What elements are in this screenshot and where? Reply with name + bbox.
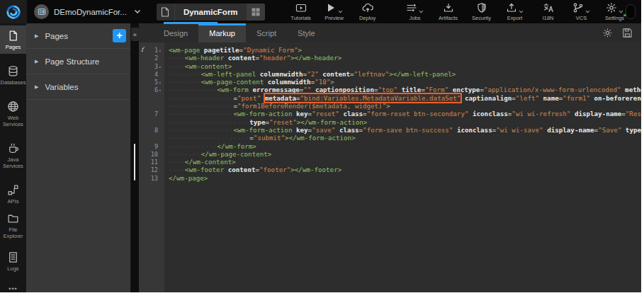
code-line: <wm-page pagetitle="Dynamic Form"> xyxy=(164,46,302,54)
code-token: key xyxy=(296,110,308,118)
artifacts-download-icon xyxy=(443,3,454,13)
code-line: ········<wm-left-panel columnwidth="2" c… xyxy=(164,70,456,78)
preview-play-icon xyxy=(325,3,343,13)
code-token: "header" xyxy=(259,54,290,62)
panel-divider: « xyxy=(131,23,139,292)
indent-guides: ···· xyxy=(169,160,185,166)
topbar-action-deploy[interactable]: Deploy xyxy=(357,3,378,21)
active-file-indicator xyxy=(164,22,218,24)
code-token: "left" xyxy=(516,94,539,102)
vcs-branch-icon xyxy=(572,3,590,13)
code-row: 8················<wm-form-action key="sa… xyxy=(139,126,641,134)
code-token: ></wm-form-action> xyxy=(285,134,356,142)
settings-gear-icon xyxy=(606,3,623,13)
code-token: display-name xyxy=(547,126,594,134)
panel-section-label: Pages xyxy=(45,32,113,40)
topbar-action-label: VCS xyxy=(576,15,587,21)
code-row: 3▾····<wm-content> xyxy=(139,62,641,70)
code-row: ····················="submit"></wm-form-… xyxy=(139,134,641,142)
sidebar-item-label: Pages xyxy=(6,44,21,50)
code-token: title xyxy=(402,86,422,93)
sidebar-item-label: APIs xyxy=(8,198,19,205)
code-token: "Form" xyxy=(425,86,448,93)
code-token: </wm-page-content> xyxy=(201,150,272,158)
panel-section-variables[interactable]: ▶Variables xyxy=(26,74,130,100)
gutter: 10 xyxy=(139,150,164,158)
topbar-action-i18n[interactable]: I18N xyxy=(538,3,559,21)
code-token: </wm-page> xyxy=(169,174,208,182)
gutter: f1▾ xyxy=(139,46,164,54)
code-token: class xyxy=(343,110,363,118)
deploy-cloud-icon xyxy=(362,3,373,13)
code-token: "wi wi-refresh" xyxy=(512,110,570,118)
topbar-action-tutorials[interactable]: Tutorials xyxy=(290,3,312,21)
sidebar-item-logs[interactable]: Logs xyxy=(0,247,26,275)
code-line: ····················type="reset"></wm-fo… xyxy=(164,118,367,126)
indent-guides: ············ xyxy=(169,88,218,93)
sidebar-item-label: File Explorer xyxy=(1,227,26,239)
gutter: 6▾ xyxy=(139,86,164,93)
topbar-action-preview[interactable]: Preview xyxy=(324,3,345,21)
sidebar-more-button[interactable]: ••• xyxy=(0,280,26,298)
topbar-action-jobs[interactable]: Jobs xyxy=(405,3,426,21)
grid-icon[interactable] xyxy=(247,4,265,21)
topbar-action-security[interactable]: Security xyxy=(471,3,492,21)
file-tab[interactable]: DynamicForm xyxy=(157,4,265,21)
chevron-down-icon xyxy=(519,10,524,13)
topbar-action-export[interactable]: Export xyxy=(504,3,526,21)
add-page-button[interactable]: + xyxy=(113,29,126,42)
sidebar-item-web-services[interactable]: Web Services xyxy=(0,96,26,131)
collapse-panel-button[interactable]: « xyxy=(131,28,139,41)
tab-markup[interactable]: Markup xyxy=(198,23,246,42)
indent-guides: ········ xyxy=(169,80,201,86)
code-token: pagetitle xyxy=(204,46,239,54)
code-token: type xyxy=(249,118,265,126)
code-token: name xyxy=(543,94,559,102)
tab-style[interactable]: Style xyxy=(287,23,325,42)
file-explorer-folder-icon xyxy=(7,212,19,224)
apis-connector-icon xyxy=(7,184,19,196)
code-line: ················<wm-form-action key="res… xyxy=(164,110,641,118)
sidebar-item-java-services[interactable]: Java Services xyxy=(0,138,26,173)
sidebar-item-databases[interactable]: Databases xyxy=(0,61,26,89)
code-row: 9············</wm-form> xyxy=(139,142,641,150)
code-token: "Save" xyxy=(598,126,621,134)
markup-settings-gear-icon[interactable] xyxy=(602,28,613,38)
tab-design[interactable]: Design xyxy=(153,23,198,42)
code-token: "Dynamic Form" xyxy=(243,46,298,54)
project-selector[interactable]: DEmoDynamicFor... xyxy=(34,4,141,19)
code-token: content xyxy=(322,70,350,78)
sidebar-item-file-explorer[interactable]: File Explorer xyxy=(0,208,26,243)
code-token: ></wm-form-action> xyxy=(297,118,368,126)
gutter: 12 xyxy=(139,166,164,173)
topbar-action-settings[interactable]: Settings xyxy=(604,3,626,21)
code-editor[interactable]: f1▾<wm-page pagetitle="Dynamic Form">2··… xyxy=(139,42,641,292)
wavemaker-logo-icon xyxy=(6,4,21,20)
indent-guides: ········ xyxy=(169,72,201,78)
project-avatar xyxy=(34,4,49,19)
code-token: <wm-header xyxy=(185,54,224,62)
topbar-action-vcs[interactable]: VCS xyxy=(571,3,592,21)
tab-script[interactable]: Script xyxy=(246,23,287,42)
expand-arrow-icon: ▶ xyxy=(35,84,38,90)
user-account-pill[interactable] xyxy=(626,4,635,19)
code-token: </wm-form> xyxy=(218,142,256,150)
topbar-action-artifacts[interactable]: Artifacts xyxy=(438,3,459,21)
chevron-down-icon xyxy=(338,10,343,13)
page-file-icon xyxy=(157,4,175,21)
code-token: "save" xyxy=(312,126,335,134)
scrollbar-thumb[interactable] xyxy=(134,144,135,180)
code-token: <wm-left-panel xyxy=(201,70,256,78)
code-token: "Reset" xyxy=(626,110,641,118)
indent-guides: ···················· xyxy=(169,120,249,126)
main-area: PagesDatabasesWeb ServicesJava ServicesA… xyxy=(0,23,641,292)
sidebar-item-pages[interactable]: Pages xyxy=(0,25,26,54)
panel-section-page-structure[interactable]: ▶Page Structure xyxy=(26,49,130,74)
gutter: 8 xyxy=(139,126,164,134)
code-token: "10" xyxy=(315,78,330,86)
sidebar-item-apis[interactable]: APIs xyxy=(0,180,26,208)
panel-section-pages[interactable]: ▶Pages+ xyxy=(26,23,130,49)
save-file-icon[interactable] xyxy=(622,28,633,38)
wavemaker-logo[interactable] xyxy=(0,0,27,23)
code-token: iconclass xyxy=(457,126,492,134)
